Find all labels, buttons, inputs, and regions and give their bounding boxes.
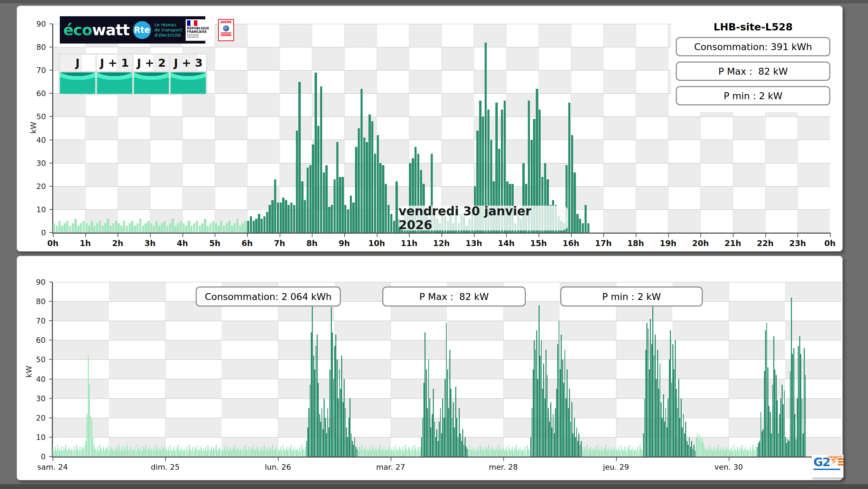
bar bbox=[265, 449, 266, 457]
day-button-j[interactable]: J bbox=[60, 55, 95, 71]
bar bbox=[607, 451, 608, 457]
bar bbox=[297, 449, 298, 457]
bar bbox=[631, 449, 632, 457]
bar bbox=[123, 451, 124, 457]
y-tick-mark bbox=[49, 186, 53, 187]
bar bbox=[675, 340, 676, 457]
bar bbox=[258, 451, 259, 457]
bar bbox=[76, 445, 77, 457]
bar bbox=[143, 447, 144, 457]
ecowatt-gauge-green-j3[interactable] bbox=[170, 72, 206, 94]
bar bbox=[553, 414, 554, 457]
bar bbox=[385, 451, 386, 457]
ecowatt-watt-text: watt bbox=[92, 21, 129, 39]
bar bbox=[165, 449, 166, 457]
bar bbox=[127, 445, 128, 457]
bar bbox=[169, 223, 171, 233]
bar bbox=[355, 147, 357, 233]
bar bbox=[494, 449, 495, 457]
bar bbox=[613, 451, 614, 457]
bar bbox=[89, 385, 90, 457]
bar bbox=[126, 226, 128, 233]
y-tick-mark bbox=[49, 379, 52, 379]
y-tick-label: 40 bbox=[27, 135, 46, 144]
bar bbox=[266, 212, 268, 233]
bar bbox=[566, 398, 567, 457]
bar bbox=[539, 305, 540, 457]
bar bbox=[698, 439, 699, 457]
bar bbox=[791, 298, 792, 457]
bar bbox=[374, 451, 375, 457]
bar bbox=[786, 443, 787, 457]
bar bbox=[327, 408, 328, 457]
bar bbox=[74, 447, 75, 457]
day-button-j3[interactable]: J + 3 bbox=[170, 55, 206, 71]
bar bbox=[104, 223, 106, 233]
bar bbox=[403, 451, 404, 457]
bar bbox=[705, 449, 706, 457]
rte-tagline: Le réseau de transport d'électricité bbox=[155, 22, 182, 38]
bar bbox=[102, 226, 104, 233]
bar bbox=[220, 221, 222, 233]
bar bbox=[274, 179, 276, 233]
x-tick-label: jeu. 29 bbox=[603, 463, 629, 471]
bar bbox=[134, 226, 136, 233]
bar bbox=[324, 398, 325, 457]
bar bbox=[468, 449, 469, 457]
bar bbox=[185, 451, 186, 457]
bar bbox=[334, 179, 336, 233]
bar bbox=[673, 369, 674, 457]
bar bbox=[376, 451, 377, 457]
bar bbox=[228, 221, 230, 233]
bar bbox=[803, 433, 804, 457]
bar bbox=[295, 447, 296, 457]
bar bbox=[393, 221, 395, 233]
bar bbox=[393, 447, 394, 457]
bar bbox=[750, 447, 751, 457]
bar bbox=[190, 226, 193, 233]
y-tick-mark bbox=[49, 140, 53, 140]
bar bbox=[95, 449, 96, 457]
ecowatt-gauge-green-j[interactable] bbox=[60, 72, 95, 94]
bar bbox=[723, 451, 724, 457]
bar bbox=[619, 451, 620, 457]
bar bbox=[164, 445, 165, 457]
bar bbox=[343, 402, 344, 457]
bar bbox=[156, 221, 158, 233]
bar bbox=[580, 445, 581, 457]
bar bbox=[442, 398, 443, 457]
x-tick-mark bbox=[53, 234, 54, 237]
bar bbox=[240, 449, 241, 457]
x-tick-label: 10h bbox=[368, 239, 385, 248]
bar bbox=[400, 449, 401, 457]
bar bbox=[69, 226, 71, 233]
week-chart-panel: kW 9080706050403020100 sam. 24dim. 25lun… bbox=[17, 256, 843, 480]
bar bbox=[382, 165, 384, 233]
bar bbox=[323, 429, 324, 457]
bar bbox=[191, 451, 192, 457]
bar bbox=[378, 447, 379, 457]
bar bbox=[232, 447, 233, 457]
x-tick-label: 2h bbox=[112, 239, 123, 248]
bar bbox=[271, 449, 272, 457]
day-button-j2[interactable]: J + 2 bbox=[134, 55, 169, 71]
day-button-j1[interactable]: J + 1 bbox=[97, 55, 132, 71]
bar bbox=[120, 226, 122, 233]
ecowatt-gauge-green-j1[interactable] bbox=[97, 72, 132, 94]
bar bbox=[641, 449, 642, 457]
bar bbox=[248, 451, 249, 457]
ecowatt-gauge-green-j2[interactable] bbox=[134, 72, 169, 94]
bar bbox=[774, 369, 775, 457]
bar bbox=[474, 451, 475, 457]
bar bbox=[328, 207, 330, 233]
bar bbox=[258, 214, 260, 233]
bar bbox=[333, 379, 334, 457]
bar bbox=[278, 449, 279, 457]
g2e-logo: FRANCE G2 ⚡ bbox=[812, 455, 843, 478]
bar bbox=[401, 451, 402, 457]
y-tick-label: 80 bbox=[27, 297, 46, 306]
bar bbox=[257, 447, 258, 457]
y-tick-label: 70 bbox=[27, 66, 46, 75]
bar bbox=[114, 449, 115, 457]
ademe-sub-lines bbox=[221, 32, 231, 37]
